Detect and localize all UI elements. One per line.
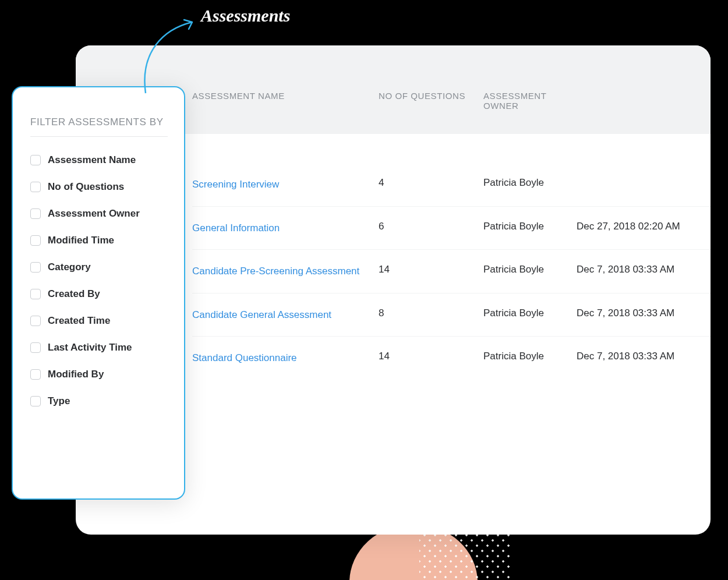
filter-checkbox[interactable] <box>30 208 41 219</box>
assessment-link[interactable]: Screening Interview <box>192 179 279 190</box>
filter-item-modified-time[interactable]: Modified Time <box>30 235 168 246</box>
filter-item-assessment-owner[interactable]: Assessment Owner <box>30 208 168 220</box>
filter-item-label: No of Questions <box>48 181 124 193</box>
filter-item-type[interactable]: Type <box>30 395 168 407</box>
cell-owner: Patricia Boyle <box>483 264 577 275</box>
filter-item-label: Assessment Name <box>48 154 136 166</box>
filter-checkbox[interactable] <box>30 342 41 353</box>
filter-item-category[interactable]: Category <box>30 261 168 273</box>
filter-checkbox[interactable] <box>30 262 41 273</box>
filter-item-assessment-name[interactable]: Assessment Name <box>30 154 168 166</box>
cell-questions: 4 <box>379 177 483 189</box>
table-row: Standard Questionnaire 14 Patricia Boyle… <box>192 337 711 380</box>
cell-owner: Patricia Boyle <box>483 307 577 319</box>
filter-item-created-time[interactable]: Created Time <box>30 315 168 327</box>
cell-questions: 14 <box>379 264 483 275</box>
annotation-label: Assessments <box>201 6 290 26</box>
filter-checkbox[interactable] <box>30 396 41 406</box>
filter-item-created-by[interactable]: Created By <box>30 288 168 300</box>
cell-time: Dec 7, 2018 03:33 AM <box>577 264 705 275</box>
filter-item-label: Modified Time <box>48 235 114 246</box>
cell-questions: 6 <box>379 221 483 232</box>
cell-questions: 8 <box>379 307 483 319</box>
cell-questions: 14 <box>379 351 483 362</box>
annotation-arrow-icon <box>128 12 204 96</box>
filter-checkbox[interactable] <box>30 155 41 165</box>
col-header-questions[interactable]: NO OF QUESTIONS <box>379 91 483 134</box>
filter-item-last-activity-time[interactable]: Last Activity Time <box>30 342 168 353</box>
filter-item-label: Modified By <box>48 369 104 380</box>
filter-panel-title: FILTER ASSESSMENTS BY <box>30 116 168 137</box>
cell-owner: Patricia Boyle <box>483 177 577 189</box>
cell-owner: Patricia Boyle <box>483 221 577 232</box>
filter-item-label: Created Time <box>48 315 110 327</box>
assessment-link[interactable]: Candidate Pre-Screening Assessment <box>192 266 359 277</box>
filter-item-label: Last Activity Time <box>48 342 132 353</box>
filter-panel: FILTER ASSESSMENTS BY Assessment Name No… <box>12 86 185 500</box>
table-row: Candidate General Assessment 8 Patricia … <box>192 293 711 337</box>
filter-checkbox[interactable] <box>30 316 41 326</box>
assessment-link[interactable]: General Information <box>192 222 280 234</box>
filter-item-label: Category <box>48 261 91 273</box>
filter-item-label: Type <box>48 395 70 407</box>
assessment-link[interactable]: Candidate General Assessment <box>192 309 331 320</box>
filter-item-no-of-questions[interactable]: No of Questions <box>30 181 168 193</box>
filter-item-label: Created By <box>48 288 100 300</box>
filter-checkbox[interactable] <box>30 369 41 380</box>
assessment-link[interactable]: Standard Questionnaire <box>192 352 297 363</box>
table-row: General Information 6 Patricia Boyle Dec… <box>192 207 711 250</box>
filter-item-label: Assessment Owner <box>48 208 140 220</box>
cell-time: Dec 27, 2018 02:20 AM <box>577 221 705 232</box>
table-row: Candidate Pre-Screening Assessment 14 Pa… <box>192 250 711 293</box>
col-header-name[interactable]: ASSESSMENT NAME <box>192 91 379 134</box>
col-header-owner[interactable]: ASSESSMENT OWNER <box>483 91 577 134</box>
filter-checkbox[interactable] <box>30 289 41 299</box>
filter-checkbox[interactable] <box>30 235 41 246</box>
filter-item-modified-by[interactable]: Modified By <box>30 369 168 380</box>
table-row: Screening Interview 4 Patricia Boyle <box>192 163 711 207</box>
cell-time: Dec 7, 2018 03:33 AM <box>577 351 705 362</box>
cell-time: Dec 7, 2018 03:33 AM <box>577 307 705 319</box>
filter-checkbox[interactable] <box>30 182 41 192</box>
cell-owner: Patricia Boyle <box>483 351 577 362</box>
